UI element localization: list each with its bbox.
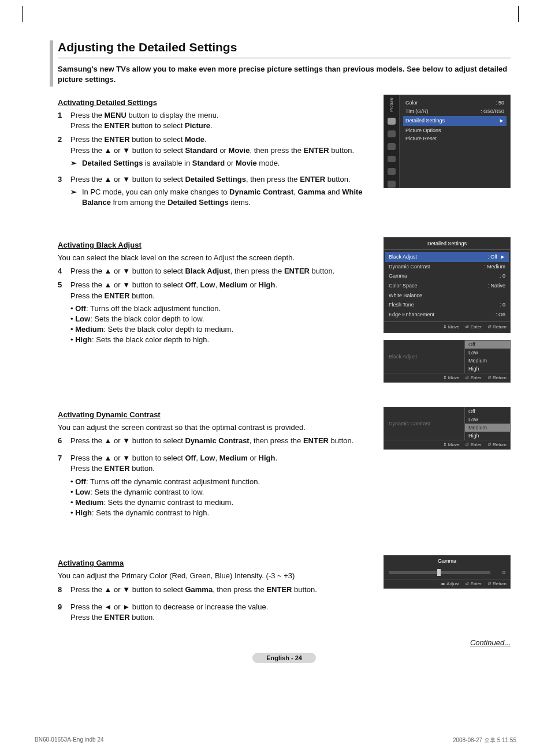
manual-page: Adjusting the Detailed Settings Samsung'…: [0, 0, 551, 756]
note-arrow-icon: ➢: [70, 158, 82, 169]
osd-footer: ⇕ Move ⏎ Enter ↺ Return: [384, 440, 510, 449]
osd-footer: ⇕ Move ⏎ Enter ↺ Return: [384, 373, 510, 382]
step-text: Press the ▲ or ▼ button to select Off, L…: [70, 280, 373, 350]
caret-right-icon: ►: [499, 117, 504, 125]
osd-row: White Balance: [388, 291, 507, 301]
osd-popup-label: Dynamic Contrast: [384, 407, 464, 440]
footer-left: BN68-01653A-Eng.indb 24: [35, 736, 104, 744]
step-number: 3: [58, 174, 70, 211]
osd-row-selected: Detailed Settings►: [403, 116, 507, 126]
title-accent-bar: [50, 40, 53, 87]
crop-mark: [22, 6, 23, 22]
section-head-dynamic-contrast: Activating Dynamic Contrast: [58, 410, 373, 419]
menu-icon: [388, 168, 396, 175]
osd-row: Gamma: 0: [388, 271, 507, 281]
step-text: Press the ▲ or ▼ button to select Detail…: [70, 174, 373, 211]
section-intro: You can select the black level on the sc…: [58, 253, 373, 263]
return-icon: ↺: [487, 581, 492, 586]
osd-detailed-settings: Detailed Settings Black Adjust: Off ► Dy…: [384, 237, 511, 333]
osd-dynamic-contrast-popup: Dynamic Contrast Off Low Medium High ⇕ M…: [384, 407, 511, 450]
osd-row: Color: 50: [404, 99, 505, 107]
osd-option-selected: Off: [465, 340, 510, 349]
continued-label: Continued...: [58, 638, 511, 647]
osd-row-selected: Black Adjust: Off ►: [385, 252, 509, 262]
footer-right: 2008-08-27 오후 5:11:55: [453, 736, 516, 744]
return-icon: ↺: [487, 375, 492, 380]
osd-option: Medium: [465, 357, 510, 365]
step-text: Press the MENU button to display the men…: [70, 110, 373, 131]
osd-option: High: [465, 365, 510, 373]
return-icon: ↺: [487, 324, 492, 330]
step-number: 7: [58, 453, 70, 523]
osd-popup-label: Black Adjust: [384, 340, 464, 373]
section-head-activating: Activating Detailed Settings: [58, 98, 373, 107]
osd-row: Flesh Tone: 0: [388, 300, 507, 310]
note-arrow-icon: ➢: [70, 187, 82, 208]
section-intro: You can adjust the screen contrast so th…: [58, 422, 373, 433]
section-head-gamma: Activating Gamma: [58, 559, 373, 567]
osd-footer: ◂▸ Adjust ⏎ Enter ↺ Return: [384, 579, 510, 588]
osd-row: Tint (G/R): G50/R50: [404, 107, 505, 116]
tv-icon: [388, 118, 396, 125]
option-bullets: Off: Turns off the dynamic contrast adju…: [70, 477, 373, 519]
osd-gamma: Gamma 0 ◂▸ Adjust ⏎ Enter ↺ Return: [384, 555, 511, 589]
slider-thumb: [437, 569, 441, 576]
step-number: 5: [58, 280, 70, 350]
slider-track: [389, 571, 490, 574]
osd-option: Low: [465, 416, 510, 424]
osd-side-label: Picture: [388, 98, 394, 112]
osd-footer: ⇕ Move ⏎ Enter ↺ Return: [384, 321, 510, 332]
step-text: Press the ◄ or ► button to decrease or i…: [70, 602, 373, 623]
step-number: 4: [58, 266, 70, 276]
page-title: Adjusting the Detailed Settings: [58, 40, 511, 58]
page-badge: English - 24: [252, 653, 316, 663]
osd-row: Edge Enhancement: On: [388, 310, 507, 320]
step-text: Press the ▲ or ▼ button to select Black …: [70, 266, 373, 276]
print-footer: BN68-01653A-Eng.indb 24 2008-08-27 오후 5:…: [35, 736, 516, 744]
slider-value: 0: [494, 570, 505, 575]
osd-option: Low: [465, 349, 510, 357]
menu-icon: [388, 156, 396, 163]
osd-row: Picture Reset: [404, 134, 505, 143]
section-head-black-adjust: Activating Black Adjust: [58, 241, 373, 249]
step-text: Press the ▲ or ▼ button to select Dynami…: [70, 436, 373, 446]
updown-icon: ⇕: [443, 324, 447, 330]
osd-title: Gamma: [384, 556, 510, 566]
leftright-icon: ◂▸: [441, 581, 445, 586]
osd-sidebar: Picture: [384, 95, 400, 188]
updown-icon: ⇕: [443, 442, 447, 447]
osd-row: Picture Options: [404, 126, 505, 135]
menu-icon: [388, 181, 396, 188]
step-number: 2: [58, 134, 70, 171]
option-bullets: Off: Turns off the black adjustment func…: [70, 304, 373, 346]
step-number: 8: [58, 585, 70, 595]
section-intro: You can adjust the Primary Color (Red, G…: [58, 571, 373, 581]
enter-icon: ⏎: [465, 581, 469, 586]
lead-text: Samsung's new TVs allow you to make even…: [58, 64, 511, 84]
updown-icon: ⇕: [443, 375, 447, 380]
osd-black-adjust-popup: Black Adjust Off Low Medium High ⇕ Move …: [384, 340, 511, 383]
osd-row: Dynamic Contrast: Medium: [388, 262, 507, 272]
crop-mark: [518, 6, 519, 22]
menu-icon: [388, 143, 396, 150]
enter-icon: ⏎: [465, 442, 469, 447]
step-text: Press the ▲ or ▼ button to select Off, L…: [70, 453, 373, 523]
osd-option-selected: Medium: [465, 424, 510, 432]
osd-title: Detailed Settings: [384, 238, 510, 250]
osd-row: Color Space: Native: [388, 281, 507, 291]
step-number: 1: [58, 110, 70, 131]
step-number: 6: [58, 436, 70, 446]
step-number: 9: [58, 602, 70, 623]
osd-picture-menu: Picture Color: 50 Tint (G/R): G50/R50 De…: [384, 95, 511, 188]
enter-icon: ⏎: [465, 324, 469, 330]
step-text: Press the ▲ or ▼ button to select Gamma,…: [70, 585, 373, 595]
step-text: Press the ENTER button to select Mode. P…: [70, 134, 373, 171]
enter-icon: ⏎: [465, 375, 469, 380]
return-icon: ↺: [487, 442, 492, 447]
osd-option: High: [465, 432, 510, 440]
osd-option: Off: [465, 407, 510, 416]
menu-icon: [388, 130, 396, 137]
